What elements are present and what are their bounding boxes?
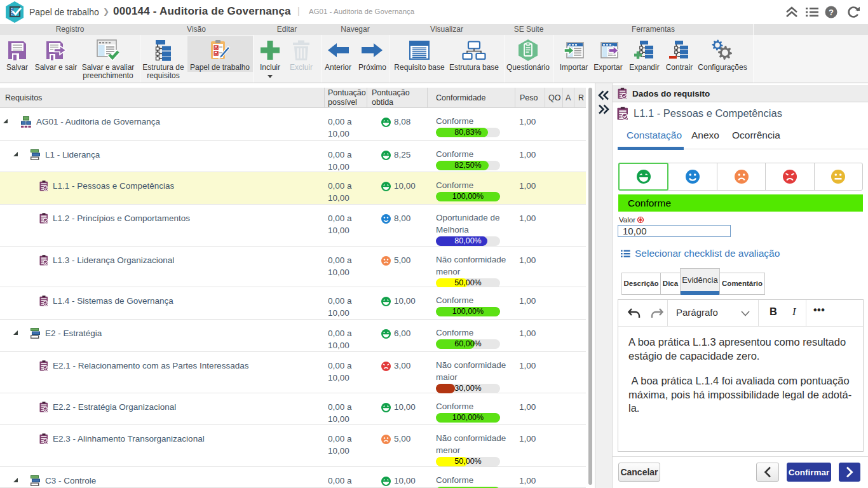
svg-text:?: ?	[829, 8, 834, 17]
